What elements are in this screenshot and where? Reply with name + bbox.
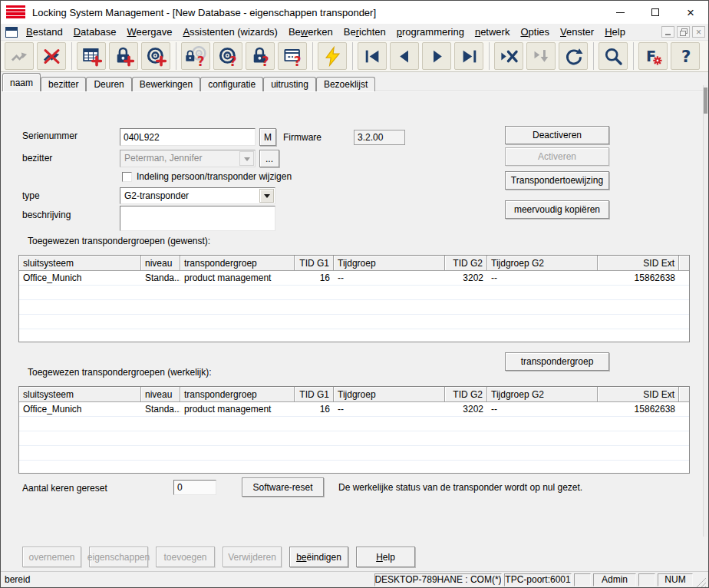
column-header-transpondergroep[interactable]: transpondergroep <box>180 387 295 402</box>
tab-bewerkingen[interactable]: Bewerkingen <box>132 77 200 91</box>
column-header-spacer[interactable] <box>679 387 689 402</box>
toolbar-nav-skip-button[interactable] <box>526 42 556 70</box>
menu-venster[interactable]: Venster <box>555 25 599 39</box>
column-header-tid-g1[interactable]: TID G1 <box>295 387 334 402</box>
multi-copy-button[interactable]: meervoudig kopiëren <box>505 200 609 219</box>
column-header-tijdgroep-g2[interactable]: Tijdgroep G2 <box>487 256 598 271</box>
toolbar-read-lock-g2-button[interactable]: ? <box>246 42 275 70</box>
menu-database[interactable]: Database <box>68 25 122 39</box>
transponder-assignment-button[interactable]: Transpondertoewijzing <box>505 171 609 190</box>
column-header-tid-g1[interactable]: TID G1 <box>295 256 334 271</box>
toolbar-help-button[interactable]: ? <box>671 42 700 70</box>
column-header-sid-ext[interactable]: SID Ext <box>598 256 679 271</box>
toolbar-filter-settings-button[interactable]: F <box>638 42 668 70</box>
column-header-tijdgroep[interactable]: Tijdgroep <box>334 387 445 402</box>
column-header-tijdgroep[interactable]: Tijdgroep <box>334 256 445 271</box>
mdi-minimize-button[interactable] <box>661 26 674 38</box>
menu-bestand[interactable]: Bestand <box>21 25 68 39</box>
column-header-niveau[interactable]: niveau <box>141 387 180 402</box>
toolbar-jump-button[interactable] <box>5 42 34 70</box>
cell-sid-ext: 15862638 <box>598 271 679 285</box>
help-button[interactable]: Help <box>356 547 415 567</box>
toolbar-search-button[interactable] <box>599 42 628 70</box>
tab-bezitter[interactable]: bezitter <box>41 77 86 91</box>
toolbar-separator <box>633 42 634 70</box>
actual-groups-table[interactable]: sluitsysteemniveautranspondergroepTID G1… <box>18 386 690 474</box>
menu-netwerk[interactable]: netwerk <box>470 25 516 39</box>
toolbar-read-network-button[interactable]: ? <box>278 42 307 70</box>
vertical-scrollbar[interactable] <box>703 85 707 537</box>
column-header-sluitsysteem[interactable]: sluitsysteem <box>19 387 141 402</box>
toolbar-read-transponder-button[interactable]: ? <box>213 42 242 70</box>
menu-opties[interactable]: Opties <box>515 25 555 39</box>
window-close-button[interactable]: × <box>673 1 708 24</box>
toolbar-new-lock-button[interactable] <box>109 42 138 70</box>
menu-bewerken[interactable]: Bewerken <box>283 25 338 39</box>
resize-grip[interactable] <box>695 576 706 587</box>
tab-deuren[interactable]: Deuren <box>86 77 131 91</box>
toolbar-refresh-button[interactable] <box>559 42 588 70</box>
description-input[interactable] <box>120 206 275 231</box>
toolbar-nav-first-button[interactable] <box>358 42 387 70</box>
table-row[interactable]: Office_MunichStanda...product management… <box>19 271 689 285</box>
type-select[interactable]: G2-transponder <box>120 187 275 204</box>
column-header-tid-g2[interactable]: TID G2 <box>445 387 487 402</box>
mdi-close-button[interactable]: × <box>692 26 705 38</box>
m-button[interactable]: M <box>259 128 276 146</box>
toolbar-nav-next-button[interactable] <box>422 42 451 70</box>
window-maximize-button[interactable] <box>638 1 673 24</box>
menu-assistenten-wizards[interactable]: Assistenten (wizards) <box>177 25 283 39</box>
software-reset-button[interactable]: Software-reset <box>242 477 324 497</box>
transponder-group-button[interactable]: transpondergroep <box>505 352 609 371</box>
column-header-tijdgroep-g2[interactable]: Tijdgroep G2 <box>487 387 598 402</box>
toolbar-nav-last-button[interactable] <box>454 42 483 70</box>
column-header-tid-g2[interactable]: TID G2 <box>445 256 487 271</box>
document-window-icon[interactable] <box>5 27 18 38</box>
tab-uitrusting[interactable]: uitrusting <box>263 77 316 91</box>
owner-select-dropdown[interactable] <box>239 151 254 166</box>
verwijderen-button[interactable]: Verwijderen <box>223 547 282 567</box>
menu-weergave[interactable]: Weergave <box>121 25 177 39</box>
column-header-spacer[interactable] <box>679 256 689 271</box>
mdi-restore-button[interactable] <box>677 26 690 38</box>
serial-input[interactable]: 040L922 <box>120 128 256 146</box>
owner-browse-button[interactable]: ... <box>259 150 279 167</box>
table-row[interactable]: Office_MunichStanda...product management… <box>19 402 689 416</box>
type-select-dropdown[interactable] <box>259 189 274 203</box>
column-header-sluitsysteem[interactable]: sluitsysteem <box>19 256 141 271</box>
window-minimize-button[interactable] <box>602 1 638 24</box>
owner-select[interactable]: Peterman, Jennifer <box>120 150 256 167</box>
toolbar-separator <box>176 42 176 70</box>
cell-tijdgroep: -- <box>334 402 445 416</box>
svg-text:?: ? <box>196 54 204 67</box>
toolbar-read-lock-button[interactable]: ? <box>181 42 210 70</box>
actual-groups-title: Toegewezen transpondergroepen (werkelijk… <box>28 367 211 378</box>
toolbar-program-button[interactable] <box>318 42 347 70</box>
toolbar-new-transponder-button[interactable] <box>141 42 170 70</box>
help-icon: ? <box>675 46 696 67</box>
wanted-groups-table[interactable]: sluitsysteemniveautranspondergroepTID G1… <box>18 255 690 342</box>
be-indigen-button[interactable]: beëindigen <box>289 547 348 567</box>
toolbar-nav-prev-button[interactable] <box>390 42 419 70</box>
tab-bezoeklijst[interactable]: Bezoeklijst <box>316 77 375 91</box>
column-header-transpondergroep[interactable]: transpondergroep <box>180 256 295 271</box>
toolbar-new-locking-system-button[interactable] <box>77 42 106 70</box>
menu-help[interactable]: Help <box>599 25 631 39</box>
status-panel-admin: Admin <box>593 573 636 586</box>
menu-berichten[interactable]: Berichten <box>338 25 391 39</box>
deactivate-button[interactable]: Deactiveren <box>505 126 609 144</box>
column-header-niveau[interactable]: niveau <box>141 256 180 271</box>
menu-programmering[interactable]: programmering <box>391 25 470 39</box>
reset-count-input[interactable]: 0 <box>173 480 216 495</box>
column-header-sid-ext[interactable]: SID Ext <box>598 387 679 402</box>
reassign-checkbox[interactable] <box>122 172 132 182</box>
tab-configuratie[interactable]: configuratie <box>200 77 263 91</box>
toolbar-nav-cancel-button[interactable] <box>494 42 523 70</box>
tab-naam[interactable]: naam <box>2 73 41 91</box>
scrollbar-thumb[interactable] <box>704 88 707 114</box>
activate-button[interactable]: Activeren <box>505 147 609 166</box>
eigenschappen-button[interactable]: eigenschappen <box>89 547 148 567</box>
toevoegen-button[interactable]: toevoegen <box>156 547 215 567</box>
overnemen-button[interactable]: overnemen <box>22 547 81 567</box>
toolbar-disconnect-button[interactable] <box>37 42 66 70</box>
